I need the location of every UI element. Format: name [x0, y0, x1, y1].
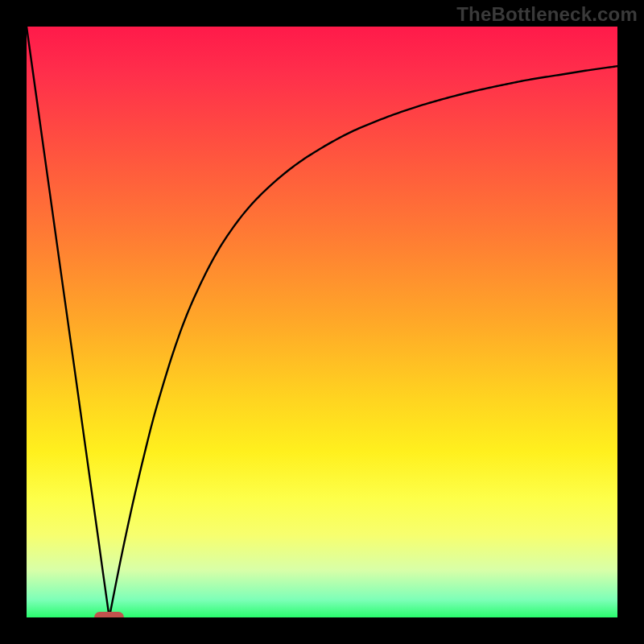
plot-area: [27, 27, 617, 617]
right-curve: [109, 66, 617, 617]
chart-frame: TheBottleneck.com: [0, 0, 644, 644]
curve-layer: [27, 27, 617, 617]
left-curve: [27, 27, 109, 617]
minimum-marker: [94, 612, 124, 617]
watermark-text: TheBottleneck.com: [456, 3, 638, 26]
